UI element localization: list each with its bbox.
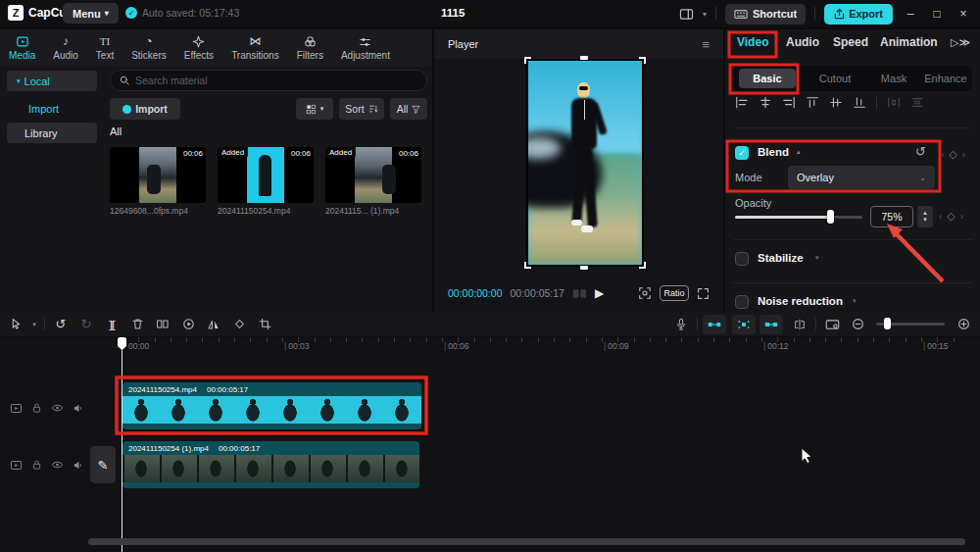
subtab-enhance[interactable]: Enhance: [921, 69, 970, 88]
edit-cover-button[interactable]: ✎: [90, 446, 116, 483]
subtab-basic[interactable]: Basic: [739, 69, 796, 88]
align-center-vertical-icon[interactable]: [829, 96, 843, 109]
minimize-button[interactable]: –: [902, 7, 919, 21]
subtab-cutout[interactable]: Cutout: [808, 69, 862, 88]
voiceover-mic-icon[interactable]: [668, 318, 694, 331]
expand-arrow-icon[interactable]: ▾: [815, 254, 819, 262]
timeline-clip-main[interactable]: 202411150254 (1).mp4 00:00:05:17: [122, 441, 419, 488]
frame-view-icon[interactable]: [572, 288, 587, 299]
lock-track-icon[interactable]: [31, 402, 42, 414]
align-bottom-icon[interactable]: [853, 96, 866, 109]
view-mode-button[interactable]: ▾: [296, 98, 333, 120]
align-top-icon[interactable]: [806, 96, 819, 109]
transform-handle[interactable]: [524, 57, 531, 64]
add-keyframe-icon[interactable]: ◇: [947, 210, 955, 223]
transform-handle[interactable]: [524, 262, 531, 269]
video-preview[interactable]: [526, 59, 644, 267]
tracking-icon[interactable]: ▷≫: [951, 36, 970, 49]
zoom-out-icon[interactable]: [845, 318, 870, 330]
select-tool-icon[interactable]: [4, 318, 27, 330]
shortcut-button[interactable]: Shortcut: [725, 4, 806, 25]
transform-handle[interactable]: [639, 262, 646, 269]
layout-chevron-icon[interactable]: ▾: [703, 10, 707, 19]
align-left-icon[interactable]: [735, 96, 749, 109]
fullscreen-icon[interactable]: [697, 287, 710, 300]
select-tool-chevron-icon[interactable]: ▾: [27, 321, 41, 328]
align-center-horizontal-icon[interactable]: [759, 96, 772, 109]
freeze-frame-icon[interactable]: [150, 318, 175, 330]
timeline-clip-overlay[interactable]: 202411150254.mp4 00:00:05:17: [122, 382, 421, 429]
main-track-magnet-toggle[interactable]: [703, 315, 726, 334]
play-button[interactable]: ▶: [595, 286, 604, 300]
next-keyframe-icon[interactable]: ›: [962, 149, 965, 160]
timeline-zoom-slider[interactable]: [876, 323, 945, 326]
subtab-mask[interactable]: Mask: [870, 69, 917, 88]
mute-track-icon[interactable]: [73, 460, 84, 471]
tab-filters[interactable]: Filters: [288, 35, 332, 61]
mirror-icon[interactable]: [201, 319, 226, 330]
opacity-stepper[interactable]: ▲▼: [917, 206, 933, 227]
tab-stickers[interactable]: ◔ Stickers: [122, 35, 175, 61]
align-right-icon[interactable]: [782, 96, 796, 109]
sidebar-item-import[interactable]: Import: [7, 98, 97, 119]
tab-transitions[interactable]: ⋈ Transitions: [222, 35, 288, 61]
toggle-visibility-icon[interactable]: [51, 403, 64, 413]
transform-handle[interactable]: [639, 57, 646, 64]
lock-track-icon[interactable]: [31, 459, 42, 471]
prev-keyframe-icon[interactable]: ‹: [941, 149, 944, 160]
tab-audio-props[interactable]: Audio: [786, 35, 819, 49]
delete-icon[interactable]: [124, 318, 150, 330]
collapse-arrow-icon[interactable]: ▴: [797, 148, 801, 156]
opacity-slider[interactable]: [735, 216, 862, 219]
tab-video[interactable]: Video: [737, 35, 768, 49]
undo-icon[interactable]: ↺: [48, 317, 74, 331]
media-item-thumbnail[interactable]: Added 00:06: [218, 147, 314, 203]
add-keyframe-icon[interactable]: ◇: [949, 148, 956, 161]
sidebar-item-local[interactable]: ▾ Local: [7, 71, 97, 91]
stabilize-checkbox[interactable]: [735, 252, 749, 266]
export-button[interactable]: Export: [824, 4, 893, 25]
tab-adjustment[interactable]: Adjustment: [332, 36, 399, 61]
reset-icon[interactable]: ↺: [915, 144, 926, 159]
menu-button[interactable]: Menu▾: [63, 3, 119, 24]
sort-button[interactable]: Sort: [339, 98, 384, 120]
maximize-button[interactable]: □: [928, 7, 946, 21]
sidebar-item-library[interactable]: Library: [7, 123, 97, 143]
prev-keyframe-icon[interactable]: ‹: [939, 211, 942, 222]
layout-icon[interactable]: [679, 8, 694, 21]
noise-reduction-checkbox[interactable]: [735, 295, 749, 309]
rotate-icon[interactable]: [226, 318, 252, 330]
toggle-visibility-icon[interactable]: [51, 460, 64, 470]
linkage-toggle[interactable]: [760, 315, 783, 334]
tab-media[interactable]: Media: [0, 35, 44, 61]
timeline-scrollbar[interactable]: [88, 538, 965, 545]
tab-effects[interactable]: Effects: [175, 35, 222, 61]
preview-focus-icon[interactable]: [638, 286, 652, 300]
opacity-value[interactable]: 75%: [870, 206, 913, 227]
mute-track-icon[interactable]: [73, 403, 84, 414]
speed-icon[interactable]: [175, 318, 201, 330]
tab-text[interactable]: TI Text: [87, 35, 122, 61]
player-menu-icon[interactable]: ≡: [702, 37, 710, 52]
split-view-icon[interactable]: [787, 319, 812, 330]
render-preview-icon[interactable]: [819, 319, 845, 330]
tab-audio[interactable]: ♪ Audio: [44, 35, 87, 61]
import-button[interactable]: Import: [110, 98, 180, 120]
ratio-button[interactable]: Ratio: [660, 285, 689, 301]
media-item-thumbnail[interactable]: Added 00:06: [325, 147, 421, 203]
split-icon[interactable]: ][: [99, 319, 124, 330]
next-keyframe-icon[interactable]: ›: [960, 211, 963, 222]
crop-icon[interactable]: [252, 318, 277, 330]
media-item-thumbnail[interactable]: 00:06: [110, 147, 206, 203]
transform-handle[interactable]: [580, 266, 588, 270]
close-button[interactable]: ×: [955, 7, 972, 21]
opacity-slider-handle[interactable]: [827, 210, 834, 224]
zoom-in-icon[interactable]: [951, 318, 976, 330]
search-input[interactable]: [135, 75, 400, 86]
tab-animation[interactable]: Animation: [880, 35, 938, 49]
timeline-zoom-handle[interactable]: [884, 318, 891, 329]
tab-speed[interactable]: Speed: [833, 35, 868, 49]
filter-all-button[interactable]: All: [390, 98, 427, 120]
expand-arrow-icon[interactable]: ▾: [853, 297, 857, 305]
blend-checkbox[interactable]: ✓: [735, 146, 749, 160]
